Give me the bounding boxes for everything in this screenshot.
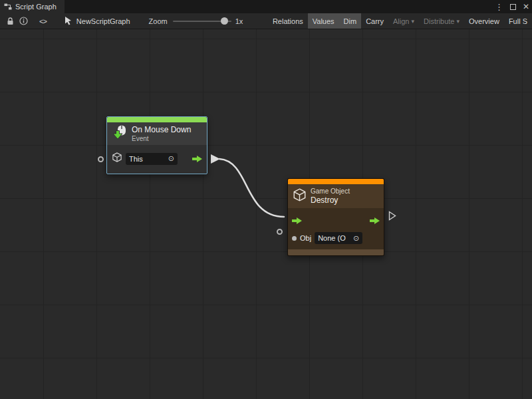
window-controls: ⋮ ✕ (495, 0, 529, 13)
script-graph-icon (4, 3, 12, 11)
node-header: On Mouse Down Event (107, 122, 207, 145)
connection-wire (0, 29, 532, 399)
zoom-slider[interactable] (173, 13, 231, 29)
graph-name: NewScriptGraph (76, 17, 130, 25)
zoom-value: 1x (235, 17, 243, 25)
cube-icon (112, 152, 122, 165)
node-header: Game Object Destroy (288, 184, 384, 208)
maximize-icon[interactable] (510, 4, 516, 10)
zoom-slider-handle[interactable] (221, 17, 228, 25)
event-input-port[interactable] (98, 156, 104, 162)
relations-button[interactable]: Relations (268, 13, 308, 29)
flow-output-port[interactable] (370, 215, 380, 227)
object-field-value: None (O (318, 234, 346, 242)
fullscreen-button[interactable]: Full S (504, 13, 532, 29)
distribute-button[interactable]: Distribute ▾ (419, 13, 464, 29)
overview-button[interactable]: Overview (464, 13, 504, 29)
tab-label: Script Graph (15, 3, 57, 11)
node-body: This ⊙ (107, 145, 207, 174)
node-title: On Mouse Down (132, 125, 191, 134)
value-port-row: Obj None (O ⊙ (288, 231, 384, 249)
code-icon[interactable]: <> (39, 17, 47, 25)
toolbar-buttons: Relations Values Dim Carry Align ▾ Distr… (268, 13, 532, 29)
flow-input-port[interactable] (292, 215, 302, 227)
object-field[interactable]: None (O ⊙ (315, 232, 362, 244)
tab-bar: Script Graph ⋮ ✕ (0, 0, 532, 13)
unconnected-flow-port[interactable] (388, 211, 396, 223)
carry-button[interactable]: Carry (361, 13, 388, 29)
lock-icon[interactable] (3, 13, 17, 29)
param-label: Obj (300, 234, 311, 242)
close-icon[interactable]: ✕ (523, 3, 529, 11)
node-on-mouse-down[interactable]: On Mouse Down Event This ⊙ (106, 116, 207, 174)
gameobject-accent-bar (288, 179, 384, 184)
distribute-label: Distribute (424, 17, 454, 25)
object-picker-icon[interactable]: ⊙ (353, 234, 359, 243)
zoom-label: Zoom (149, 17, 168, 25)
info-icon[interactable] (17, 13, 30, 29)
align-label: Align (393, 17, 409, 25)
object-input-port[interactable] (277, 229, 283, 235)
dim-button[interactable]: Dim (339, 13, 362, 29)
mouse-down-icon (112, 125, 127, 142)
tab-script-graph[interactable]: Script Graph (0, 0, 65, 13)
graph-canvas[interactable]: On Mouse Down Event This ⊙ Game Obje (0, 29, 532, 399)
event-accent-bar (107, 117, 207, 122)
node-subtitle: Event (132, 135, 191, 142)
graph-breadcrumb[interactable]: NewScriptGraph (64, 16, 130, 27)
node-destroy[interactable]: Game Object Destroy Obj None (O ⊙ (287, 178, 384, 256)
object-picker-icon[interactable]: ⊙ (168, 154, 174, 163)
chevron-down-icon: ▾ (457, 18, 460, 25)
graph-toolbar: <> NewScriptGraph Zoom 1x Relations Valu… (0, 13, 532, 29)
flow-output-port[interactable] (192, 156, 202, 162)
target-value: This (129, 155, 143, 163)
flow-ports-row (288, 208, 384, 231)
target-dropdown[interactable]: This ⊙ (126, 153, 178, 165)
cube-icon (293, 188, 306, 204)
menu-icon[interactable]: ⋮ (495, 3, 503, 11)
align-button[interactable]: Align ▾ (388, 13, 419, 29)
values-button[interactable]: Values (308, 13, 339, 29)
node-title: Destroy (311, 196, 350, 205)
node-footer (288, 249, 384, 255)
graph-cursor-icon (64, 16, 72, 27)
value-port[interactable] (292, 236, 297, 241)
chevron-down-icon: ▾ (412, 18, 415, 25)
node-category: Game Object (311, 188, 350, 195)
